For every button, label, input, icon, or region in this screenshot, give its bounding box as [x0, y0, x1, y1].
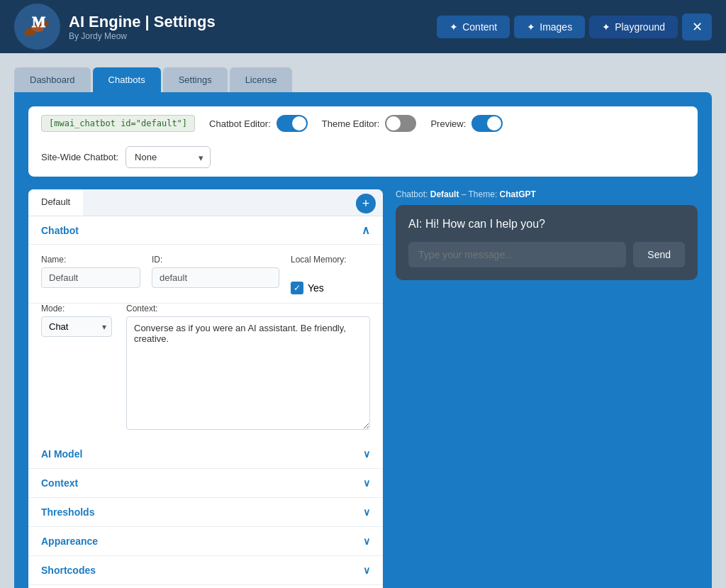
tab-license[interactable]: License: [230, 67, 293, 92]
logo-area: M AI Engine | Settings By Jordy Meow: [14, 4, 425, 50]
mode-group: Mode: Chat Assistant Images ▾: [41, 304, 112, 337]
context-group: Context: Converse as if you were an AI a…: [126, 304, 370, 430]
right-panel: Chatbot: Default – Theme: ChatGPT AI: Hi…: [396, 189, 698, 588]
playground-button[interactable]: ✦ Playground: [589, 16, 678, 38]
collapsible-sections: AI Model ∨ Context ∨ Thresholds ∨: [28, 440, 383, 588]
shortcodes-section: Shortcodes ∨: [28, 556, 383, 585]
send-label: Send: [647, 249, 671, 260]
thresholds-label: Thresholds: [41, 506, 94, 518]
id-label: ID:: [152, 255, 279, 265]
playground-label: Playground: [615, 21, 665, 33]
chatbot-editor-toggle[interactable]: [277, 115, 308, 132]
context-section-label: Context: [41, 477, 78, 489]
header-title: AI Engine | Settings By Jordy Meow: [69, 13, 216, 41]
shortcode-badge[interactable]: [mwai_chatbot id="default"]: [41, 115, 195, 132]
name-group: Name:: [41, 255, 140, 288]
local-memory-label: Local Memory:: [291, 255, 347, 265]
mode-select-wrap: Chat Assistant Images ▾: [41, 316, 112, 337]
preview-toggle[interactable]: [471, 115, 503, 132]
chat-message-input[interactable]: [408, 242, 626, 267]
chatbot-editor-label: Chatbot Editor:: [209, 118, 271, 129]
content-button[interactable]: ✦ Content: [437, 16, 510, 38]
content-label: Content: [462, 21, 497, 33]
images-button[interactable]: ✦ Images: [514, 16, 585, 38]
images-star-icon: ✦: [527, 21, 535, 33]
ai-model-header[interactable]: AI Model ∨: [28, 440, 383, 468]
tab-dashboard[interactable]: Dashboard: [14, 67, 91, 92]
id-input[interactable]: [152, 267, 279, 288]
ai-greeting: AI: Hi! How can I help you?: [408, 218, 685, 231]
send-button[interactable]: Send: [633, 242, 685, 267]
add-icon: +: [362, 197, 370, 210]
preview-toggle-group: Preview:: [430, 115, 503, 132]
chatbot-editor-toggle-group: Chatbot Editor:: [209, 115, 308, 132]
ai-model-section: AI Model ∨: [28, 440, 383, 469]
images-label: Images: [540, 21, 572, 33]
name-id-row: Name: ID: Local Memory: ✓: [41, 255, 370, 294]
preview-knob: [487, 116, 501, 131]
chatbot-name-badge: Default: [430, 189, 459, 199]
left-panel: Default + Chatbot ∧ Name:: [28, 189, 383, 588]
ai-model-label: AI Model: [41, 448, 82, 460]
name-label: Name:: [41, 255, 140, 265]
actions-section: Actions ∨: [28, 585, 383, 588]
logo: M: [14, 4, 60, 50]
chat-input-row: Send: [408, 242, 685, 267]
local-memory-checkbox[interactable]: ✓: [291, 282, 303, 294]
site-wide-group: Site-Wide Chatbot: None Default ▾: [41, 146, 211, 168]
site-wide-label: Site-Wide Chatbot:: [41, 152, 118, 162]
shortcodes-header[interactable]: Shortcodes ∨: [28, 556, 383, 584]
chatbots-panel: [mwai_chatbot id="default"] Chatbot Edit…: [14, 92, 712, 588]
appearance-header[interactable]: Appareance ∨: [28, 527, 383, 555]
chat-footer-note: This is the actual chatbot, but there mi…: [396, 584, 698, 588]
close-button[interactable]: ✕: [682, 13, 712, 40]
name-input[interactable]: [41, 267, 140, 288]
chatbot-section-chevron-up-icon: ∧: [362, 223, 370, 237]
context-header[interactable]: Context ∨: [28, 469, 383, 497]
site-wide-select-wrap: None Default ▾: [125, 146, 211, 168]
context-label: Context:: [126, 304, 370, 314]
chatbot-tab-default[interactable]: Default: [28, 189, 83, 216]
ai-model-chevron-down-icon: ∨: [363, 448, 370, 460]
local-memory-group: Local Memory: ✓ Yes: [291, 255, 347, 294]
site-wide-select[interactable]: None Default: [125, 146, 211, 168]
mode-label: Mode:: [41, 304, 112, 314]
close-icon: ✕: [692, 19, 703, 35]
appearance-chevron-down-icon: ∨: [363, 536, 370, 547]
tab-settings[interactable]: Settings: [163, 67, 228, 92]
local-memory-yes-label: Yes: [308, 282, 324, 294]
content-star-icon: ✦: [449, 21, 458, 33]
chatbot-section-label: Chatbot: [41, 225, 79, 236]
mode-select[interactable]: Chat Assistant Images: [41, 316, 112, 337]
svg-text:M: M: [32, 14, 45, 30]
theme-editor-toggle[interactable]: [385, 115, 416, 132]
id-group: ID:: [152, 255, 279, 288]
tab-chatbots[interactable]: Chatbots: [93, 67, 161, 92]
header-nav: ✦ Content ✦ Images ✦ Playground ✕: [437, 13, 712, 40]
local-memory-checkbox-group: ✓ Yes: [291, 282, 347, 294]
thresholds-chevron-down-icon: ∨: [363, 506, 370, 518]
chatbot-info-label: Chatbot: Default – Theme: ChatGPT: [396, 189, 698, 199]
chatbot-section-body: Name: ID: Local Memory: ✓: [28, 245, 383, 304]
playground-star-icon: ✦: [602, 21, 610, 33]
appearance-section: Appareance ∨: [28, 527, 383, 556]
chatbot-editor-knob: [292, 116, 306, 131]
thresholds-header[interactable]: Thresholds ∨: [28, 498, 383, 526]
chatbot-section-header[interactable]: Chatbot ∧: [28, 216, 383, 245]
shortcodes-chevron-down-icon: ∨: [363, 565, 370, 576]
header: M AI Engine | Settings By Jordy Meow ✦ C…: [0, 0, 726, 53]
theme-editor-label: Theme Editor:: [322, 118, 380, 129]
app-title: AI Engine | Settings: [69, 13, 216, 31]
theme-editor-toggle-group: Theme Editor:: [322, 115, 417, 132]
context-textarea[interactable]: Converse as if you were an AI assistant.…: [126, 316, 370, 430]
context-chevron-down-icon: ∨: [363, 477, 370, 489]
mode-context-row: Mode: Chat Assistant Images ▾ Context:: [28, 304, 383, 440]
two-col-layout: Default + Chatbot ∧ Name:: [28, 189, 698, 588]
thresholds-section: Thresholds ∨: [28, 498, 383, 527]
theme-editor-knob: [386, 116, 401, 131]
main-tabs: Dashboard Chatbots Settings License: [14, 67, 712, 92]
actions-header[interactable]: Actions ∨: [28, 585, 383, 588]
shortcodes-label: Shortcodes: [41, 565, 96, 576]
add-chatbot-button[interactable]: +: [356, 194, 376, 213]
check-icon: ✓: [294, 283, 301, 293]
